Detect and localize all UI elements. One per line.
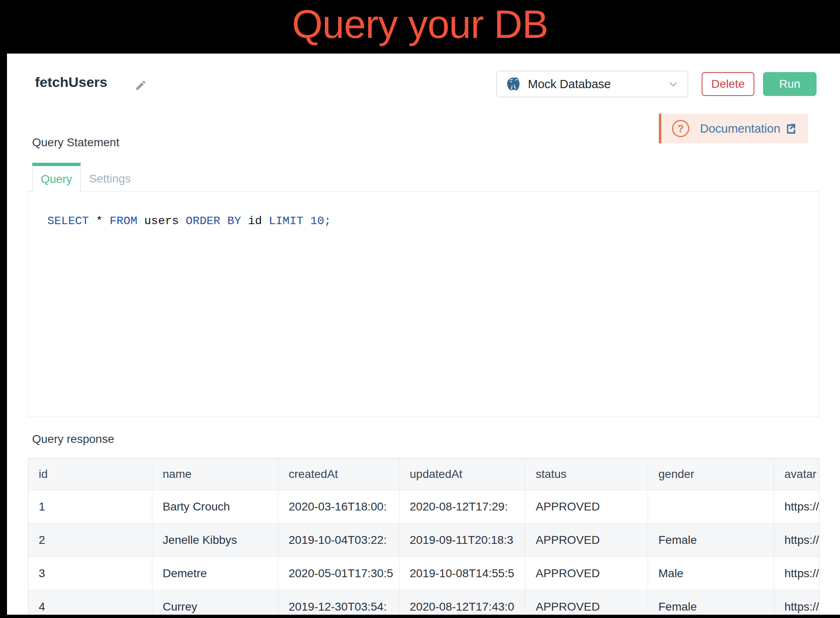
query-name-title: fetchUsers (35, 74, 107, 90)
sql-token (89, 215, 96, 227)
sql-token: * (96, 215, 103, 227)
table-row: 3Demetre2020-05-01T17:30:52019-10-08T14:… (28, 557, 819, 590)
sql-token: FROM (110, 215, 137, 227)
sql-token: id (241, 215, 269, 227)
edit-name-icon[interactable] (135, 79, 147, 91)
table-cell: https:// (774, 590, 819, 615)
table-cell: https:// (774, 557, 819, 590)
database-dropdown[interactable]: Mock Database (496, 71, 688, 97)
table-cell: 1 (28, 490, 152, 523)
table-cell: Female (648, 590, 774, 615)
column-header: status (525, 459, 648, 490)
table-cell: 2019-10-08T14:55:5 (399, 557, 525, 590)
table-cell: Jenelle Kibbys (152, 524, 278, 557)
table-cell: APPROVED (525, 557, 648, 590)
delete-button[interactable]: Delete (702, 72, 754, 96)
table-row: 2Jenelle Kibbys2019-10-04T03:22:2019-09-… (28, 523, 819, 557)
sql-statement[interactable]: SELECT * FROM users ORDER BY id LIMIT 10… (28, 192, 819, 227)
pencil-icon (135, 79, 147, 91)
column-header: gender (648, 459, 774, 490)
table-cell: APPROVED (525, 490, 648, 523)
sql-token (303, 215, 310, 227)
column-header: avatar (774, 459, 819, 490)
table-cell: Demetre (152, 557, 278, 590)
external-link-icon (784, 122, 797, 135)
table-cell: Male (648, 557, 774, 590)
table-cell: 4 (28, 590, 152, 615)
table-cell: Female (648, 524, 774, 557)
sql-token (103, 215, 110, 227)
table-row: 4Currey2019-12-30T03:54:2020-08-12T17:43… (28, 590, 819, 615)
tab-query[interactable]: Query (32, 163, 81, 192)
documentation-callout[interactable]: ? Documentation (659, 114, 808, 143)
table-cell: APPROVED (525, 590, 648, 615)
table-cell: 2 (28, 524, 152, 557)
column-header: createdAt (278, 459, 399, 490)
table-cell: 2020-08-12T17:43:0 (399, 590, 525, 615)
table-cell: Barty Crouch (152, 490, 278, 523)
query-statement-label: Query Statement (32, 136, 119, 149)
question-circle-icon: ? (672, 120, 689, 137)
table-cell (648, 490, 774, 523)
sql-editor[interactable]: SELECT * FROM users ORDER BY id LIMIT 10… (28, 191, 819, 417)
table-header-row: idnamecreatedAtupdatedAtstatusgenderavat… (28, 459, 819, 490)
table-cell: 2020-08-12T17:29: (399, 490, 525, 523)
sql-token: SELECT (47, 215, 89, 227)
sql-token: ORDER BY (186, 215, 241, 227)
table-cell: 3 (28, 557, 152, 590)
query-response-label: Query response (32, 433, 114, 446)
table-row: 1Barty Crouch2020-03-16T18:00:2020-08-12… (28, 490, 819, 523)
run-button[interactable]: Run (763, 72, 817, 96)
table-cell: 2019-12-30T03:54: (278, 590, 399, 615)
table-cell: Currey (152, 590, 278, 615)
column-header: updatedAt (399, 459, 525, 490)
app-window: Query your DB fetchUsers Mock Database (0, 0, 840, 618)
query-response-table[interactable]: idnamecreatedAtupdatedAtstatusgenderavat… (28, 458, 819, 615)
table-cell: 2020-05-01T17:30:5 (278, 557, 399, 590)
postgresql-icon (505, 76, 521, 92)
tab-settings[interactable]: Settings (81, 166, 139, 191)
column-header: id (28, 459, 152, 490)
sql-token: users (137, 215, 186, 227)
database-dropdown-value: Mock Database (528, 77, 667, 91)
table-cell: https:// (774, 524, 819, 557)
sql-token: 10; (310, 215, 331, 227)
query-editor-panel: fetchUsers Mock Database Delete Run (7, 54, 840, 615)
table-cell: 2019-10-04T03:22: (278, 524, 399, 557)
table-cell: 2020-03-16T18:00: (278, 490, 399, 523)
table-cell: 2019-09-11T20:18:3 (399, 524, 525, 557)
sql-token: LIMIT (269, 215, 303, 227)
column-header: name (152, 459, 278, 490)
table-cell: https:// (774, 490, 819, 523)
chevron-down-icon (667, 78, 679, 90)
documentation-link[interactable]: Documentation (700, 122, 780, 136)
banner-title: Query your DB (292, 0, 548, 49)
table-cell: APPROVED (525, 524, 648, 557)
top-banner: Query your DB (0, 0, 840, 54)
